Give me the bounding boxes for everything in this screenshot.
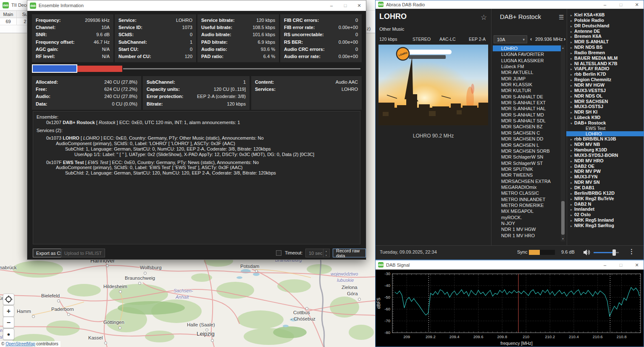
favorite-star-icon[interactable]: ☆: [481, 13, 487, 22]
station-list-scrollbar[interactable]: ▴ ▾: [561, 45, 565, 241]
station-list-item[interactable]: MDR S-ANHALT HAL: [493, 106, 561, 111]
tree-item[interactable]: ▸NDR MV HGW: [568, 82, 644, 88]
station-list-item[interactable]: N-JOY: [493, 220, 561, 226]
tree-item[interactable]: ▸MUX3-FYN: [568, 174, 644, 180]
scroll-down-icon[interactable]: ▾: [561, 236, 565, 241]
signal-titlebar[interactable]: dab DAB Signal – □ ✕: [376, 260, 644, 270]
prev-frequency-button[interactable]: ‹: [530, 36, 532, 42]
tree-item[interactable]: ▸rbb BRB/BLN K10B: [568, 136, 644, 142]
station-list-item[interactable]: Lübeck FM: [493, 64, 561, 69]
tree-item[interactable]: ▸Lübeck K9D: [568, 115, 644, 120]
tree-item[interactable]: ▸VIAPLAY RADIO: [568, 66, 644, 72]
scrollbar-thumb[interactable]: [561, 201, 565, 235]
station-list-item[interactable]: MDR KULTUR: [493, 87, 561, 93]
tree-item[interactable]: ▸NDR MV NB: [568, 142, 644, 147]
station-list-item[interactable]: MDR SchlagerW ST: [493, 160, 561, 166]
tree-item[interactable]: ▾DAB+ Rostock: [568, 120, 644, 126]
kebab-menu-icon[interactable]: ⋮: [628, 248, 635, 255]
upload-fmlist-button[interactable]: Upload to FMLIST: [61, 249, 105, 257]
tree-item[interactable]: ▸02 Oslo: [568, 212, 644, 217]
map-locate-button[interactable]: ●: [3, 328, 14, 340]
list-menu-icon[interactable]: ☰: [559, 14, 564, 21]
tree-item[interactable]: ▸MUX3-VESTSJ: [568, 88, 644, 93]
tree-item[interactable]: ▸NRK Reg5 Innland: [568, 217, 644, 223]
tree-item[interactable]: ▸NDR MV PW: [568, 169, 644, 174]
record-raw-data-button[interactable]: Record raw data: [333, 249, 366, 257]
ensemble-close-button[interactable]: ✕: [352, 0, 366, 11]
tree-item[interactable]: ▸MUX3-SYDSJ-BORN: [568, 153, 644, 158]
station-list-item[interactable]: MDR SACHSEN DD: [493, 136, 561, 142]
tree-item[interactable]: ▸Hamburg K10D: [568, 147, 644, 153]
station-list-item[interactable]: METRO INNLANDET: [493, 196, 561, 202]
tree-collapsed-icon[interactable]: ▸: [568, 224, 574, 229]
tree-child-item[interactable]: LOHRO: [566, 131, 644, 137]
station-list-item[interactable]: LOHRO: [493, 45, 561, 51]
station-list-item[interactable]: MDR SACHSEN BZ: [493, 124, 561, 130]
station-list-item[interactable]: NDR 1 MV HGW: [493, 226, 561, 232]
tree-item[interactable]: ▸DR Deutschland: [568, 23, 644, 29]
ensemble-titlebar[interactable]: dab Ensemble Information – □ ✕: [27, 0, 366, 11]
station-list-item[interactable]: MDR S-ANHALT EXT: [493, 100, 561, 106]
next-frequency-button[interactable]: ›: [564, 36, 565, 42]
tree-item[interactable]: ▸Antenne DE: [568, 29, 644, 34]
station-list-item[interactable]: myROCK.: [493, 215, 561, 220]
station-list-item[interactable]: MDR SPUTNIK: [493, 166, 561, 172]
volume-slider[interactable]: [594, 252, 619, 253]
radio-close-button[interactable]: ✕: [630, 0, 644, 9]
radio-maximize-button[interactable]: □: [614, 0, 628, 9]
tree-item[interactable]: ▸NDR MV SN: [568, 180, 644, 185]
tree-item[interactable]: ▸MUX3-OSTSJ: [568, 104, 644, 109]
tree-item[interactable]: ▸NDR NDS OL: [568, 93, 644, 99]
station-list-item[interactable]: MDR JUMP: [493, 76, 561, 82]
ensemble-maximize-button[interactable]: □: [339, 0, 352, 11]
station-list[interactable]: LOHROLUGNA FAVORITERLUGNA KLASSIKERLübec…: [493, 45, 561, 241]
signal-minimize-button[interactable]: –: [598, 260, 612, 270]
station-list-item[interactable]: MDR TWEENS: [493, 172, 561, 178]
tree-item[interactable]: ▸MDR S-ANHALT: [568, 39, 644, 45]
tree-item[interactable]: ▸BAUER MEDIA MLM: [568, 56, 644, 61]
spin-up-icon[interactable]: ▴: [323, 249, 329, 253]
volume-handle[interactable]: [612, 249, 616, 256]
map-zoom-in-button[interactable]: +: [3, 305, 14, 317]
channel-dropdown[interactable]: 10A ▾: [494, 35, 527, 43]
station-list-item[interactable]: MDR SACHSEN C: [493, 130, 561, 136]
map-zoom-out-button[interactable]: −: [3, 317, 14, 328]
tree-item[interactable]: ▸Region Chemnitz: [568, 77, 644, 82]
station-list-item[interactable]: MDR S-ANHALT MD: [493, 112, 561, 118]
signal-maximize-button[interactable]: □: [614, 260, 628, 270]
station-list-item[interactable]: METRO CLASSIC: [493, 190, 561, 196]
timeout-checkbox[interactable]: [276, 250, 281, 256]
tree-item[interactable]: ▸NDR MV HRO: [568, 158, 644, 164]
station-list-item[interactable]: MDR SACHSEN L: [493, 142, 561, 148]
radio-titlebar[interactable]: dab Abraca DAB Radio – □ ✕: [376, 0, 644, 9]
station-list-item[interactable]: LUGNA KLASSIKER: [493, 58, 561, 64]
station-list-item[interactable]: METRO ROMERIKE: [493, 202, 561, 208]
ensemble-log[interactable]: Ensemble:0x1207 DAB+ Rostock [ Rostock ]…: [33, 111, 360, 244]
radio-minimize-button[interactable]: –: [598, 0, 612, 9]
openstreetmap-link[interactable]: OpenStreetMap: [5, 342, 35, 346]
tree-item[interactable]: ▸Bremen K6A: [568, 34, 644, 39]
spin-down-icon[interactable]: ▾: [323, 253, 329, 257]
tree-item[interactable]: ▸NDR SH KI: [568, 109, 644, 115]
speaker-icon[interactable]: [583, 249, 590, 257]
station-list-item[interactable]: MDR S-ANHALT DE: [493, 94, 561, 100]
station-list-item[interactable]: MDR AKTUELL: [493, 69, 561, 75]
tree-child-item[interactable]: EWS Test: [568, 126, 644, 131]
station-list-item[interactable]: LUGNA FAVORITER: [493, 51, 561, 57]
station-list-item[interactable]: NDR 1 MV HRO: [493, 233, 561, 238]
station-list-item[interactable]: MDR S-ANHALT SDL: [493, 118, 561, 124]
spinner-arrows[interactable]: ▴▾: [323, 249, 329, 257]
tree-item[interactable]: ▸DK DAB1: [568, 185, 644, 191]
ensemble-minimize-button[interactable]: –: [325, 0, 338, 11]
map-crosshair-button[interactable]: [3, 294, 14, 305]
station-list-item[interactable]: MIX MEGAPOL: [493, 208, 561, 214]
tree-item[interactable]: ▸MDR SACHSEN: [568, 99, 644, 104]
tree-item[interactable]: ▸NI ALTESLAND K7B: [568, 61, 644, 66]
tree-item[interactable]: ▸DAB2 OE: [568, 164, 644, 169]
station-list-item[interactable]: MDR SchlagerW SN: [493, 154, 561, 160]
tree-item[interactable]: ▸rbb Berlin K7D: [568, 72, 644, 77]
tree-item[interactable]: ▸NDR NDS BS: [568, 45, 644, 50]
tree-item[interactable]: ▸DAB2 N: [568, 201, 644, 207]
station-list-item[interactable]: MDR SACHSEN SORB: [493, 148, 561, 154]
tree-item[interactable]: ▸NRK Reg2 BuTeVe: [568, 196, 644, 201]
